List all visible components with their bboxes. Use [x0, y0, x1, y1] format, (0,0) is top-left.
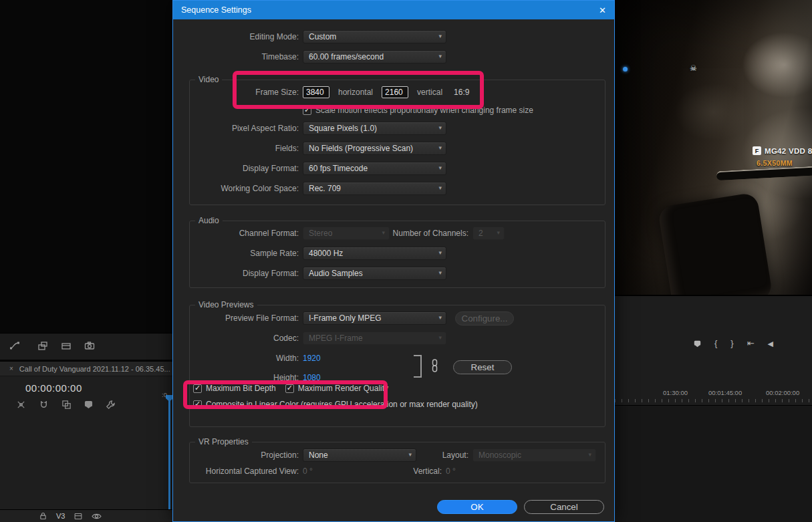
snap-magnet-icon[interactable]	[39, 400, 49, 410]
vertical-view-value: 0 °	[446, 467, 472, 476]
left-panel: × Call of Duty Vanguard 2021.11.12 - 06.…	[0, 0, 172, 522]
track-visibility-eye-icon[interactable]	[92, 512, 102, 521]
frame-width-input[interactable]	[303, 86, 329, 98]
timeline-settings-wrench-icon[interactable]	[106, 400, 116, 410]
fields-row: Fields: No Fields (Progressive Scan) ▾	[190, 140, 605, 156]
preview-width-label: Width:	[190, 354, 299, 363]
fields-select[interactable]: No Fields (Progressive Scan) ▾	[303, 142, 446, 155]
chevron-down-icon: ▾	[438, 124, 442, 131]
lift-clip-icon[interactable]	[61, 340, 72, 351]
codec-label: Codec:	[190, 334, 299, 343]
marker-icon[interactable]	[694, 340, 701, 348]
track-label[interactable]: V3	[56, 512, 65, 520]
chevron-down-icon: ▾	[438, 33, 442, 39]
weapon-name-label: MG42 VDD 8	[765, 147, 812, 155]
channel-format-value: Stereo	[309, 229, 332, 238]
skull-icon: ☠	[690, 63, 697, 73]
chevron-down-icon: ▾	[438, 144, 442, 151]
chevron-down-icon: ▾	[438, 249, 442, 256]
chevron-down-icon: ▾	[438, 164, 442, 171]
sync-lock-icon[interactable]	[74, 512, 83, 521]
ruler-label: 00:02:00:00	[766, 389, 799, 396]
preview-width-value[interactable]: 1920	[303, 354, 321, 363]
video-section: Video Frame Size: horizontal vertical 16…	[189, 80, 605, 205]
chevron-down-icon: ▾	[497, 229, 500, 236]
max-render-quality-checkbox[interactable]: ✓	[285, 384, 294, 393]
objective-marker-dot	[623, 67, 628, 72]
channel-format-label: Channel Format:	[190, 229, 299, 238]
layout-value: Monoscopic	[479, 450, 521, 460]
add-marker-icon[interactable]	[84, 400, 93, 410]
video-display-format-select[interactable]: 60 fps Timecode ▾	[303, 162, 446, 175]
chevron-down-icon: ▾	[438, 269, 442, 276]
captured-view-row: Horizontal Captured View: 0 ° Vertical: …	[190, 463, 605, 479]
ok-button[interactable]: OK	[437, 500, 517, 514]
editing-mode-row: Editing Mode: Custom ▾	[173, 29, 614, 45]
preview-format-row: Preview File Format: I-Frame Only MPEG ▾…	[190, 310, 605, 326]
export-frame-camera-icon[interactable]	[84, 340, 95, 351]
time-ruler[interactable]: 01:30:00 00:01:45:00 00:02:00:00	[615, 389, 812, 405]
weapon-body	[657, 192, 773, 295]
razor-tool-icon[interactable]	[16, 400, 26, 410]
scale-motion-checkbox[interactable]: ✓	[303, 106, 311, 115]
track-lock-icon[interactable]	[39, 511, 47, 521]
audio-display-format-row: Display Format: Audio Samples ▾	[190, 265, 605, 281]
source-monitor-toolbar	[0, 333, 172, 360]
sequence-settings-dialog: Sequence Settings ✕ Editing Mode: Custom…	[172, 0, 615, 522]
preview-width-row: Width: 1920	[190, 350, 605, 366]
video-previews-title: Video Previews	[195, 300, 257, 309]
scale-motion-label: Scale motion effects proportionally when…	[315, 106, 533, 115]
step-back-icon[interactable]: ◀	[768, 339, 773, 348]
editing-mode-select[interactable]: Custom ▾	[303, 30, 446, 43]
check-icon: ✓	[287, 384, 293, 392]
close-tab-icon[interactable]: ×	[9, 365, 13, 372]
color-space-select[interactable]: Rec. 709 ▾	[303, 182, 446, 195]
timeline-track-area[interactable]	[615, 405, 812, 522]
preview-format-select[interactable]: I-Frame Only MPEG ▾	[303, 311, 446, 325]
reset-button[interactable]: Reset	[453, 360, 512, 374]
insert-icon[interactable]	[9, 340, 20, 351]
overwrite-icon[interactable]	[37, 340, 48, 351]
audio-section-title: Audio	[195, 216, 223, 225]
chevron-down-icon: ▾	[588, 451, 591, 458]
vr-properties-title: VR Properties	[195, 437, 252, 446]
video-display-format-value: 60 fps Timecode	[309, 164, 368, 173]
pixel-aspect-row: Pixel Aspect Ratio: Square Pixels (1.0) …	[190, 120, 605, 136]
timeline-tools	[16, 400, 116, 410]
ruler-ticks	[615, 399, 812, 402]
max-bit-depth-checkbox[interactable]: ✓	[193, 384, 202, 393]
timebase-select[interactable]: 60.00 frames/second ▾	[303, 50, 446, 63]
vr-properties-section: VR Properties Projection: None ▾ Layout:…	[189, 442, 605, 483]
audio-display-format-select[interactable]: Audio Samples ▾	[303, 267, 446, 280]
max-render-quality-label: Maximum Render Quality	[298, 384, 388, 393]
chevron-down-icon: ▾	[408, 451, 412, 458]
timeline-tab[interactable]: × Call of Duty Vanguard 2021.11.12 - 06.…	[0, 362, 172, 376]
codec-row: Codec: MPEG I-Frame ▾	[190, 330, 605, 346]
composite-linear-checkbox[interactable]: ✓	[193, 400, 202, 409]
color-space-row: Working Color Space: Rec. 709 ▾	[190, 180, 605, 197]
codec-value: MPEG I-Frame	[309, 334, 363, 343]
playhead-line[interactable]	[168, 396, 170, 522]
timeline-right-area: { } ⇤ ◀ 01:30:00 00:01:45:00 00:02:00:00	[615, 295, 812, 522]
linked-selection-icon[interactable]	[61, 400, 72, 410]
check-icon: ✓	[194, 384, 200, 392]
sample-rate-select[interactable]: 48000 Hz ▾	[303, 247, 446, 260]
horizontal-view-value: 0 °	[303, 467, 329, 476]
cancel-button[interactable]: Cancel	[524, 500, 604, 514]
lift-icon[interactable]: {	[714, 339, 717, 348]
fields-value: No Fields (Progressive Scan)	[309, 144, 413, 153]
playhead-timecode[interactable]: 00:00:00:00	[25, 382, 82, 394]
weapon-pickup-hud: F MG42 VDD 8	[753, 146, 812, 155]
channel-format-select: Stereo ▾	[303, 227, 390, 240]
fields-label: Fields:	[190, 144, 299, 153]
go-to-in-icon[interactable]: ⇤	[747, 339, 755, 348]
composite-linear-label: Composite in Linear Color (requires GPU …	[206, 400, 478, 409]
close-dialog-icon[interactable]: ✕	[599, 5, 606, 15]
check-icon: ✓	[194, 400, 200, 408]
extract-icon[interactable]: }	[730, 339, 733, 348]
pixel-aspect-select[interactable]: Square Pixels (1.0) ▾	[303, 122, 446, 135]
dialog-titlebar[interactable]: Sequence Settings ✕	[173, 1, 614, 19]
link-chain-icon[interactable]	[430, 359, 439, 372]
frame-height-input[interactable]	[382, 86, 408, 98]
projection-select[interactable]: None ▾	[303, 448, 416, 462]
